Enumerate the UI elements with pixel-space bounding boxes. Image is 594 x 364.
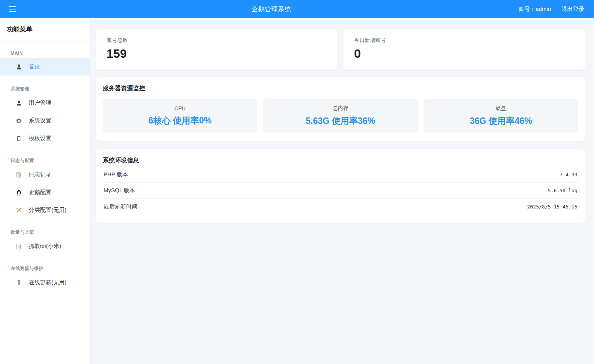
account-label: 账号：admin bbox=[518, 6, 551, 13]
stat-card-total-accounts: 账号总数 159 bbox=[96, 29, 337, 70]
tools-icon bbox=[15, 207, 23, 214]
info-value: 7.4.33 bbox=[560, 172, 577, 177]
app-title: 企鹅管理系统 bbox=[24, 5, 518, 14]
user-icon bbox=[15, 63, 23, 71]
stat-label: 账号总数 bbox=[107, 37, 327, 44]
stat-card-new-accounts-today: 今日新增账号 0 bbox=[343, 29, 585, 70]
logout-button[interactable]: 退出登录 bbox=[562, 6, 584, 13]
memo-icon bbox=[15, 171, 23, 179]
info-label: MySQL 版本 bbox=[104, 187, 135, 194]
hamburger-icon bbox=[9, 11, 16, 12]
nav-item-label: 模板设置 bbox=[29, 135, 51, 142]
info-label: 最后刷新时间 bbox=[104, 203, 138, 210]
metric-card-disk: 硬盘 36G 使用率46% bbox=[424, 99, 578, 133]
sidebar: 功能菜单 MAIN 首页 系统管理 用户管理 bbox=[0, 18, 90, 364]
gear-icon bbox=[15, 117, 23, 125]
metric-card-memory: 总内存 5.63G 使用率36% bbox=[263, 99, 418, 133]
metric-label: 总内存 bbox=[333, 105, 348, 112]
menu-toggle-button[interactable] bbox=[0, 0, 24, 18]
sidebar-item-online-update[interactable]: 在线更新(无用) bbox=[0, 274, 90, 292]
panel-title: 系统环境信息 bbox=[103, 157, 578, 165]
system-info-rows: PHP 版本 7.4.33 MySQL 版本 5.6.50-log 最后刷新时间… bbox=[103, 167, 578, 214]
nav-item-label: 首页 bbox=[29, 63, 40, 70]
metric-card-cpu: CPU 6核心 使用率0% bbox=[103, 99, 257, 133]
penguin-icon bbox=[15, 189, 23, 196]
sidebar-item-template-settings[interactable]: 模板设置 bbox=[0, 130, 90, 147]
stat-cards-row: 账号总数 159 今日新增账号 0 bbox=[96, 29, 585, 70]
nav-item-label: 分类配置(无用) bbox=[29, 207, 67, 214]
hamburger-icon bbox=[9, 9, 16, 10]
hamburger-icon bbox=[9, 6, 16, 7]
nav-item-label: 企鹅配置 bbox=[29, 189, 51, 196]
sidebar-item-grab-txt[interactable]: 抓取txt(小米) bbox=[0, 238, 90, 255]
stat-value: 159 bbox=[107, 47, 327, 61]
metric-value: 6核心 使用率0% bbox=[148, 115, 212, 126]
nav-section-logs-config: 日志与配置 日志记录 企鹅配置 分类配置(无用) bbox=[0, 157, 90, 219]
nav-section-main: MAIN 首页 bbox=[0, 51, 90, 76]
stat-value: 0 bbox=[354, 47, 574, 61]
nav-section-update: 在线更新与维护 在线更新(无用) bbox=[0, 265, 90, 292]
main-content: 账号总数 159 今日新增账号 0 服务器资源监控 CPU 6核心 使用率0% … bbox=[90, 18, 594, 364]
sidebar-item-log-records[interactable]: 日志记录 bbox=[0, 166, 90, 184]
system-info-panel: 系统环境信息 PHP 版本 7.4.33 MySQL 版本 5.6.50-log… bbox=[96, 149, 585, 223]
info-row-last-refresh: 最后刷新时间 2025/8/5 15:45:15 bbox=[103, 199, 578, 214]
stat-label: 今日新增账号 bbox=[354, 37, 574, 44]
sidebar-item-user-management[interactable]: 用户管理 bbox=[0, 94, 90, 112]
panel-title: 服务器资源监控 bbox=[103, 85, 578, 93]
nav-section-label: 批量与上架 bbox=[0, 229, 90, 236]
user-icon bbox=[15, 99, 23, 107]
nav-item-label: 抓取txt(小米) bbox=[29, 243, 61, 250]
metric-value: 5.63G 使用率36% bbox=[306, 115, 375, 127]
nav-section-batch: 批量与上架 抓取txt(小米) bbox=[0, 229, 90, 255]
placeholder-glyph-icon bbox=[15, 135, 23, 142]
nav-item-label: 用户管理 bbox=[29, 99, 51, 106]
metric-label: CPU bbox=[175, 105, 186, 111]
metric-label: 硬盘 bbox=[496, 105, 506, 112]
metric-value: 36G 使用率46% bbox=[470, 115, 532, 127]
nav-item-label: 日志记录 bbox=[29, 171, 51, 178]
info-label: PHP 版本 bbox=[104, 171, 128, 178]
sidebar-item-category-config[interactable]: 分类配置(无用) bbox=[0, 201, 90, 219]
nav-section-label: 日志与配置 bbox=[0, 157, 90, 164]
sidebar-item-penguin-config[interactable]: 企鹅配置 bbox=[0, 184, 90, 201]
sidebar-title: 功能菜单 bbox=[0, 18, 90, 40]
nav-section-label: 系统管理 bbox=[0, 86, 90, 92]
top-header: 企鹅管理系统 账号：admin 退出登录 bbox=[0, 0, 594, 18]
header-right: 账号：admin 退出登录 bbox=[518, 6, 594, 13]
server-monitor-panel: 服务器资源监控 CPU 6核心 使用率0% 总内存 5.63G 使用率36% 硬… bbox=[96, 77, 585, 141]
nav-item-label: 在线更新(无用) bbox=[29, 279, 67, 286]
info-row-mysql-version: MySQL 版本 5.6.50-log bbox=[103, 183, 578, 199]
nav-section-system: 系统管理 用户管理 系统设置 模板设置 bbox=[0, 86, 90, 147]
info-row-php-version: PHP 版本 7.4.33 bbox=[103, 167, 578, 183]
nav-section-label: 在线更新与维护 bbox=[0, 265, 90, 272]
bolt-icon bbox=[15, 279, 23, 287]
info-value: 5.6.50-log bbox=[548, 188, 577, 193]
info-value: 2025/8/5 15:45:15 bbox=[527, 204, 577, 210]
nav-item-label: 系统设置 bbox=[29, 117, 51, 124]
memo-icon bbox=[15, 243, 23, 250]
sidebar-item-home[interactable]: 首页 bbox=[0, 58, 90, 76]
nav-section-label: MAIN bbox=[0, 51, 90, 56]
metric-cards-row: CPU 6核心 使用率0% 总内存 5.63G 使用率36% 硬盘 36G 使用… bbox=[103, 99, 578, 133]
sidebar-item-system-settings[interactable]: 系统设置 bbox=[0, 112, 90, 130]
